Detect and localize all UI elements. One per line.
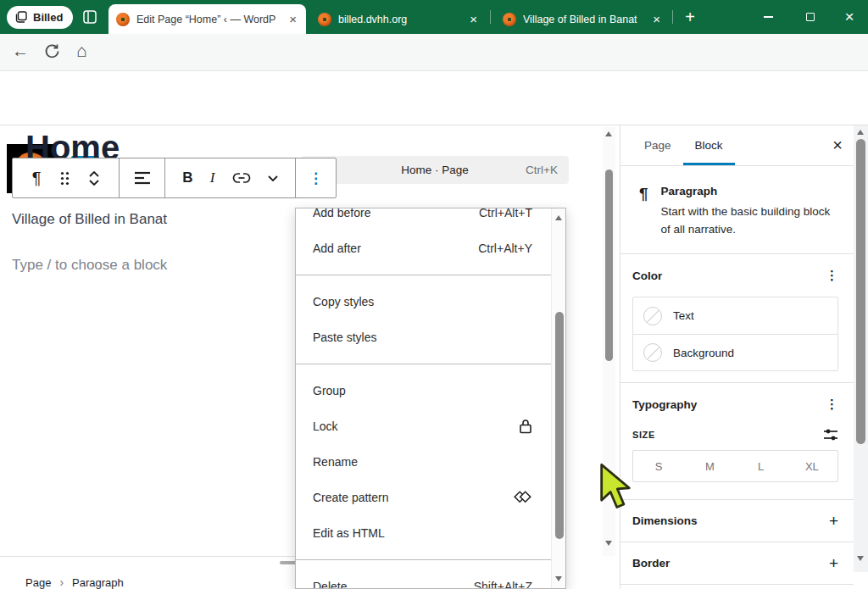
tab-village-of-billed[interactable]: Village of Billed in Banat ×: [495, 4, 670, 34]
bold-button[interactable]: B: [182, 169, 192, 186]
new-tab-button[interactable]: +: [678, 5, 702, 29]
typography-section: Typography ⋮ SIZE S M L XL: [620, 383, 854, 500]
scroll-down-icon[interactable]: [605, 541, 612, 546]
window-close-button[interactable]: ×: [831, 0, 868, 34]
tab-close-icon[interactable]: ×: [468, 13, 479, 25]
editor-top-bar: + ↶ ↷ Home · Page Ctrl+K Sav: [0, 71, 868, 125]
dimensions-section[interactable]: Dimensions +: [620, 500, 854, 542]
tab-billed-dvhh[interactable]: billed.dvhh.org ×: [310, 4, 487, 34]
home-icon[interactable]: ⌂: [76, 41, 87, 61]
add-dimensions-icon[interactable]: +: [829, 512, 838, 531]
scroll-up-icon[interactable]: [605, 131, 612, 136]
breadcrumb: Page › Paragraph: [25, 575, 124, 589]
block-card: ¶ Paragraph Start with the basic buildin…: [620, 166, 854, 254]
scrollbar-thumb[interactable]: [856, 139, 865, 444]
block-options-icon[interactable]: ⋮: [309, 169, 323, 187]
paragraph-block[interactable]: Village of Billed in Banat: [12, 211, 167, 228]
menu-item-paste-styles[interactable]: Paste styles: [296, 320, 551, 355]
command-palette[interactable]: Home · Page Ctrl+K: [301, 156, 569, 184]
mouse-cursor: [598, 463, 632, 510]
scroll-up-icon[interactable]: [857, 130, 864, 135]
scroll-up-icon[interactable]: [555, 215, 562, 220]
browser-tab-bar: Billed Edit Page “Home” ‹ — WordP × bill…: [0, 0, 868, 34]
workspace-label: Billed: [33, 11, 63, 24]
minimize-icon: [764, 16, 773, 18]
menu-scrollbar[interactable]: [551, 208, 565, 588]
menu-item-copy-styles[interactable]: Copy styles: [296, 284, 551, 320]
workspaces-icon: [14, 11, 27, 24]
back-icon[interactable]: ←: [12, 42, 29, 61]
menu-item-group[interactable]: Group: [296, 373, 551, 408]
color-section-title: Color: [632, 269, 662, 282]
minimize-button[interactable]: [749, 0, 787, 34]
tab-title: Edit Page “Home” ‹ — WordP: [136, 14, 281, 25]
tab-title: Village of Billed in Banat: [523, 14, 644, 25]
menu-item-rename[interactable]: Rename: [296, 444, 551, 480]
text-color-row[interactable]: Text: [633, 297, 837, 334]
color-section: Color ⋮ Text Background: [620, 254, 854, 383]
tab-actions-button[interactable]: [81, 8, 99, 26]
block-appender-placeholder[interactable]: Type / to choose a block: [12, 257, 167, 274]
breadcrumb-page[interactable]: Page: [25, 576, 51, 589]
color-options-icon[interactable]: ⋮: [826, 268, 838, 283]
paragraph-block-icon[interactable]: ¶: [32, 169, 42, 188]
tab-page[interactable]: Page: [632, 125, 683, 165]
breadcrumb-paragraph[interactable]: Paragraph: [72, 576, 124, 589]
settings-sidebar: Page Block × ¶ Paragraph Start with the …: [620, 125, 854, 589]
add-border-icon[interactable]: +: [829, 554, 838, 573]
tab-title: billed.dvhh.org: [338, 14, 461, 25]
menu-item-add-before[interactable]: Add before Ctrl+Alt+T: [296, 208, 551, 231]
size-option-l[interactable]: L: [736, 451, 787, 481]
scroll-down-icon[interactable]: [555, 576, 562, 581]
browser-toolbar: ← ⌂ https://billed.dvhh.org/wp-admin/pos…: [0, 34, 868, 71]
italic-button[interactable]: I: [210, 169, 215, 186]
command-shortcut: Ctrl+K: [526, 164, 558, 176]
maximize-button[interactable]: [792, 0, 829, 34]
border-section[interactable]: Border +: [620, 542, 854, 585]
menu-divider: [296, 364, 551, 364]
size-option-xl[interactable]: XL: [787, 451, 837, 481]
pattern-icon: [514, 490, 532, 505]
tab-separator: [672, 10, 673, 24]
size-settings-icon[interactable]: [823, 428, 838, 442]
color-panel: Text Background: [632, 297, 838, 371]
scrollbar-thumb[interactable]: [555, 312, 564, 539]
tab-close-icon[interactable]: ×: [287, 13, 298, 25]
menu-item-edit-as-html[interactable]: Edit as HTML: [296, 515, 551, 551]
site-favicon: [318, 13, 331, 26]
menu-item-delete[interactable]: Delete Shift+Alt+Z: [296, 569, 551, 589]
workspace-pill[interactable]: Billed: [7, 6, 73, 29]
typography-options-icon[interactable]: ⋮: [826, 397, 838, 412]
scrollbar-thumb[interactable]: [605, 169, 613, 361]
menu-item-create-pattern[interactable]: Create pattern: [296, 480, 551, 515]
page-scrollbar[interactable]: [854, 125, 868, 572]
size-label: SIZE: [632, 430, 655, 440]
font-size-picker: S M L XL: [632, 450, 838, 482]
size-option-m[interactable]: M: [684, 451, 735, 481]
tab-block[interactable]: Block: [683, 125, 735, 165]
maximize-icon: [806, 13, 815, 21]
no-color-swatch-icon: [643, 343, 662, 362]
refresh-icon[interactable]: [44, 43, 60, 59]
canvas-bottom-divider: [0, 556, 295, 557]
paragraph-icon: ¶: [639, 185, 648, 253]
menu-item-add-after[interactable]: Add after Ctrl+Alt+Y: [296, 231, 551, 266]
link-icon[interactable]: [232, 171, 251, 185]
drag-handle-icon[interactable]: [60, 171, 70, 186]
close-sidebar-icon[interactable]: ×: [832, 136, 843, 153]
background-color-row[interactable]: Background: [633, 334, 837, 370]
scroll-down-icon[interactable]: [857, 556, 864, 561]
size-option-s[interactable]: S: [633, 451, 684, 481]
tab-close-icon[interactable]: ×: [651, 13, 662, 25]
menu-item-lock[interactable]: Lock: [296, 408, 551, 444]
move-down-icon: [89, 180, 99, 186]
tab-edit-page-home[interactable]: Edit Page “Home” ‹ — WordP ×: [108, 4, 306, 34]
align-icon[interactable]: [134, 171, 151, 185]
document-title: Home · Page: [401, 164, 469, 176]
resize-handle[interactable]: [280, 561, 297, 564]
block-mover[interactable]: [89, 171, 99, 186]
block-options-menu: Add before Ctrl+Alt+T Add after Ctrl+Alt…: [295, 208, 566, 589]
more-formatting-icon[interactable]: [268, 175, 278, 181]
move-up-icon: [89, 171, 99, 177]
site-favicon: [116, 13, 130, 26]
